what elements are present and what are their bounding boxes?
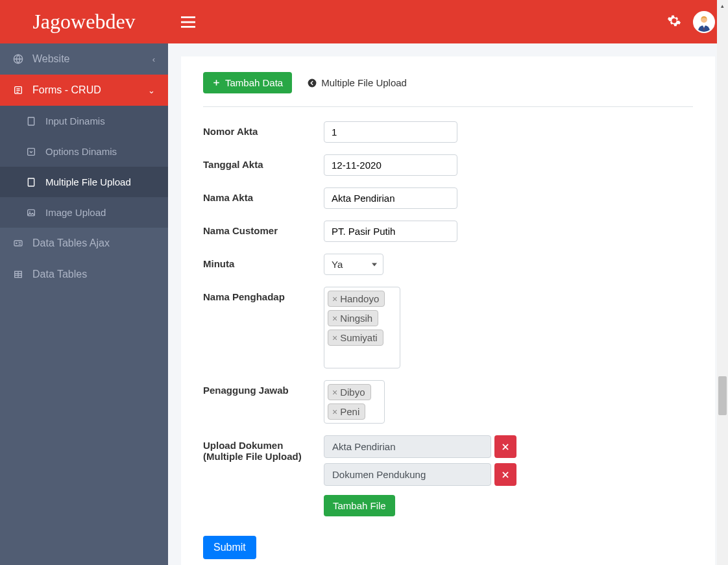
sidebar-item-label: Input Dinamis [45,115,105,126]
label-penanggung-jawab: Penaggung Jawab [203,380,324,424]
avatar-icon [695,14,713,32]
hamburger-icon [181,16,195,28]
tagbox-penanggung[interactable]: ×Dibyo ×Peni [324,380,385,424]
svg-rect-2 [28,117,34,125]
tag-remove-icon[interactable]: × [331,387,339,398]
tag-item: ×Sumiyati [328,330,383,346]
caret-square-icon [26,147,36,157]
tag-remove-icon[interactable]: × [331,313,339,324]
sidebar-item-label: Data Tables [32,269,87,280]
user-avatar[interactable] [693,11,715,33]
label-tanggal-akta: Tanggal Akta [203,154,324,176]
button-label: Multiple File Upload [321,77,407,88]
input-tanggal-akta[interactable] [324,154,457,176]
svg-point-6 [29,211,30,212]
svg-rect-3 [28,148,35,155]
main: Tambah Data Multiple File Upload Nomor A… [168,0,728,565]
topbar [168,0,728,43]
sidebar-item-label: Forms - CRUD [32,84,101,96]
label-nama-penghadap: Nama Penghadap [203,287,324,368]
sidebar-item-label: Options Dinamis [45,146,117,157]
add-data-button[interactable]: Tambah Data [203,72,292,93]
close-icon [501,470,510,479]
plus-icon [212,78,221,87]
label-upload-dokumen: Upload Dokumen (Multiple File Upload) [203,435,324,516]
sidebar-item-label: Website [32,53,70,65]
brand-logo: Jagowebdev [0,0,168,43]
table-icon [13,269,23,280]
sidebar: Jagowebdev Website ‹ Forms - CRUD ⌄ Inpu… [0,0,168,565]
svg-point-8 [16,243,18,245]
close-icon [501,442,510,451]
select-minuta[interactable]: Ya [324,254,383,275]
file-icon [26,177,36,187]
sidebar-item-label: Data Tables Ajax [32,237,110,249]
chevron-down-icon: ⌄ [148,86,155,95]
sidebar-item-input-dinamis[interactable]: Input Dinamis [0,106,168,136]
tag-remove-icon[interactable]: × [331,294,339,304]
sidebar-item-data-tables[interactable]: Data Tables [0,259,168,290]
label-nama-akta: Nama Akta [203,187,324,209]
menu-toggle-button[interactable] [181,16,195,28]
settings-button[interactable] [667,14,681,30]
sidebar-item-label: Multiple File Upload [45,176,131,187]
sidebar-item-options-dinamis[interactable]: Options Dinamis [0,136,168,167]
svg-rect-4 [28,178,34,186]
image-icon [26,208,36,218]
sidebar-item-website[interactable]: Website ‹ [0,43,168,75]
chevron-left-icon: ‹ [152,54,155,64]
tag-remove-icon[interactable]: × [331,333,339,343]
sidebar-item-label: Image Upload [45,207,106,218]
gear-icon [667,14,681,28]
button-label: Tambah Data [225,77,283,88]
sidebar-item-multiple-file-upload[interactable]: Multiple File Upload [0,167,168,197]
arrow-circle-left-icon [308,78,317,88]
file-icon [26,116,36,126]
globe-icon [13,54,23,64]
tag-remove-icon[interactable]: × [331,407,339,417]
action-bar: Tambah Data Multiple File Upload [203,72,693,107]
sidebar-item-data-tables-ajax[interactable]: Data Tables Ajax [0,228,168,259]
input-nama-akta[interactable] [324,187,457,209]
scrollbar[interactable]: ▴ [717,0,728,565]
scroll-thumb[interactable] [718,376,727,415]
input-nomor-akta[interactable] [324,121,457,143]
tag-item: ×Handoyo [328,291,385,307]
sidebar-item-forms-crud[interactable]: Forms - CRUD ⌄ [0,75,168,106]
remove-file-button[interactable] [494,435,516,458]
input-nama-customer[interactable] [324,221,457,242]
id-card-icon [13,238,23,248]
svg-rect-7 [14,241,22,246]
sidebar-submenu: Input Dinamis Options Dinamis Multiple F… [0,106,168,228]
sidebar-item-image-upload[interactable]: Image Upload [0,197,168,228]
svg-point-11 [308,78,317,87]
tag-item: ×Dibyo [328,384,371,400]
label-minuta: Minuta [203,254,324,275]
add-file-button[interactable]: Tambah File [324,495,395,516]
label-nomor-akta: Nomor Akta [203,121,324,143]
scroll-arrow-up-icon[interactable]: ▴ [717,0,728,11]
tag-item: ×Ningsih [328,310,378,326]
label-nama-customer: Nama Customer [203,221,324,242]
submit-button[interactable]: Submit [203,536,256,559]
upload-file-name[interactable]: Dokumen Pendukung [324,463,491,486]
remove-file-button[interactable] [494,463,516,486]
multiple-file-upload-link[interactable]: Multiple File Upload [298,72,416,93]
form-icon [13,85,23,95]
upload-file-name[interactable]: Akta Pendirian [324,435,491,458]
tagbox-penghadap[interactable]: ×Handoyo ×Ningsih ×Sumiyati [324,287,400,368]
tag-item: ×Peni [328,403,365,420]
